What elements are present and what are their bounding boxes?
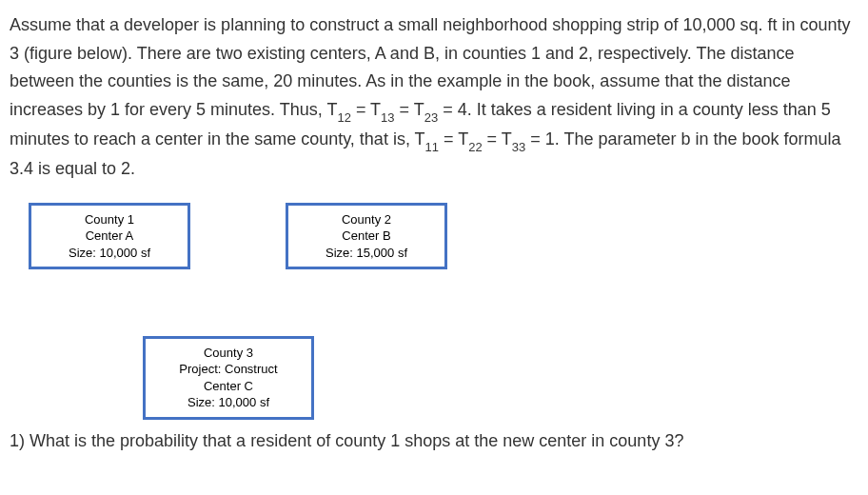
county-1-box: County 1 Center A Size: 10,000 sf [29, 203, 190, 270]
question-1: 1) What is the probability that a reside… [10, 427, 858, 455]
text-part-2: = T [395, 100, 424, 119]
county-3-project: Project: Construct [163, 361, 294, 378]
subscript-13: 13 [381, 110, 394, 125]
text-part-4: = T [439, 129, 468, 148]
county-2-size: Size: 15,000 sf [306, 245, 427, 262]
county-1-size: Size: 10,000 sf [49, 245, 170, 262]
county-3-center: Center C [163, 378, 294, 395]
text-part-1: = T [351, 100, 381, 119]
county-diagram: County 1 Center A Size: 10,000 sf County… [10, 203, 858, 412]
county-2-center: Center B [306, 228, 427, 245]
county-1-center: Center A [49, 228, 170, 245]
text-part-5: = T [483, 129, 512, 148]
subscript-11: 11 [425, 140, 439, 154]
subscript-23: 23 [424, 110, 438, 125]
county-3-title: County 3 [163, 345, 294, 362]
county-1-title: County 1 [49, 211, 170, 228]
subscript-33: 33 [512, 140, 525, 154]
county-2-title: County 2 [306, 211, 427, 228]
county-3-box: County 3 Project: Construct Center C Siz… [143, 336, 314, 420]
subscript-12: 12 [338, 110, 351, 125]
problem-statement: Assume that a developer is planning to c… [10, 11, 858, 184]
county-3-size: Size: 10,000 sf [163, 394, 294, 411]
county-2-box: County 2 Center B Size: 15,000 sf [286, 203, 447, 270]
subscript-22: 22 [468, 140, 482, 154]
